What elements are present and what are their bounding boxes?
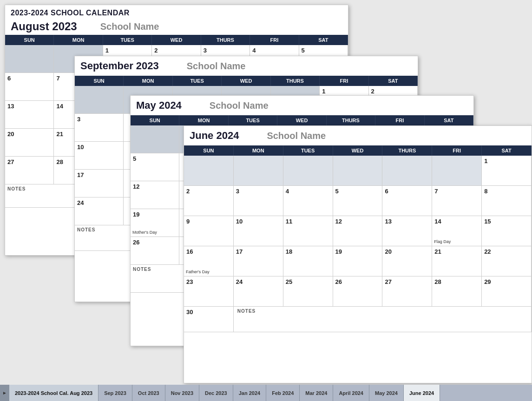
- main-content: 2023-2024 SCHOOL CALENDAR August 2023 Sc…: [0, 0, 532, 385]
- aug-day-sat: SAT: [299, 35, 348, 45]
- august-day-headers: SUN MON TUES WED THURS FRI SAT: [5, 35, 348, 45]
- tab-oct2023[interactable]: Oct 2023: [132, 385, 165, 401]
- aug-day-mon: MON: [54, 35, 103, 45]
- sep-school-name: School Name: [187, 61, 246, 72]
- may-school-name: School Name: [210, 100, 269, 111]
- tab-may2024[interactable]: May 2024: [369, 385, 404, 401]
- sep-day-headers: SUN MON TUES WED THURS FRI SAT: [75, 76, 418, 86]
- june-card: June 2024 School Name SUN MON TUES WED T…: [184, 125, 532, 383]
- aug-cell-27: 27: [5, 157, 54, 184]
- tab-feb2024[interactable]: Feb 2024: [266, 385, 300, 401]
- aug-day-tue: TUES: [103, 35, 152, 45]
- tab-sep2023[interactable]: Sep 2023: [99, 385, 132, 401]
- june-grid: 1 2 3 4 5 6 7 8 9 10 11 12 13 14Flag Day…: [184, 156, 532, 307]
- tab-jun2024[interactable]: June 2024: [404, 385, 440, 401]
- aug-cell-blank1: [5, 45, 54, 73]
- aug-day-fri: FRI: [250, 35, 299, 45]
- may-month-label: May 2024: [136, 99, 182, 112]
- tab-mar2024[interactable]: Mar 2024: [300, 385, 333, 401]
- june-school-name: School Name: [267, 131, 326, 141]
- june-day-headers: SUN MON TUES WED THURS FRI SAT: [184, 145, 532, 156]
- tab-aug2023[interactable]: 2023-2024 School Cal. Aug 2023: [9, 385, 99, 401]
- aug-day-wed: WED: [152, 35, 201, 45]
- sep-month-label: September 2023: [80, 60, 159, 72]
- tab-bar: ► 2023-2024 School Cal. Aug 2023 Sep 202…: [0, 385, 532, 401]
- aug-cell-20: 20: [5, 129, 54, 157]
- aug-cell-13: 13: [5, 101, 54, 129]
- august-school-name: School Name: [100, 21, 159, 32]
- tab-apr2024[interactable]: April 2024: [333, 385, 369, 401]
- june-notes: NOTES: [234, 307, 532, 332]
- tab-nov2023[interactable]: Nov 2023: [165, 385, 199, 401]
- june-month-label: June 2024: [190, 130, 239, 142]
- august-month-label: August 2023: [11, 20, 77, 33]
- aug-day-thu: THURS: [201, 35, 250, 45]
- tab-jan2024[interactable]: Jan 2024: [233, 385, 266, 401]
- tab-dec2023[interactable]: Dec 2023: [199, 385, 233, 401]
- may-day-headers: SUN MON TUES WED THURS FRI SAT: [131, 115, 473, 125]
- aug-cell-6: 6: [5, 73, 54, 101]
- page-title: 2023-2024 SCHOOL CALENDAR: [11, 9, 342, 17]
- tab-scroll-left[interactable]: ►: [0, 385, 9, 401]
- june-last-row: 30 NOTES: [184, 307, 532, 332]
- aug-day-sun: SUN: [5, 35, 54, 45]
